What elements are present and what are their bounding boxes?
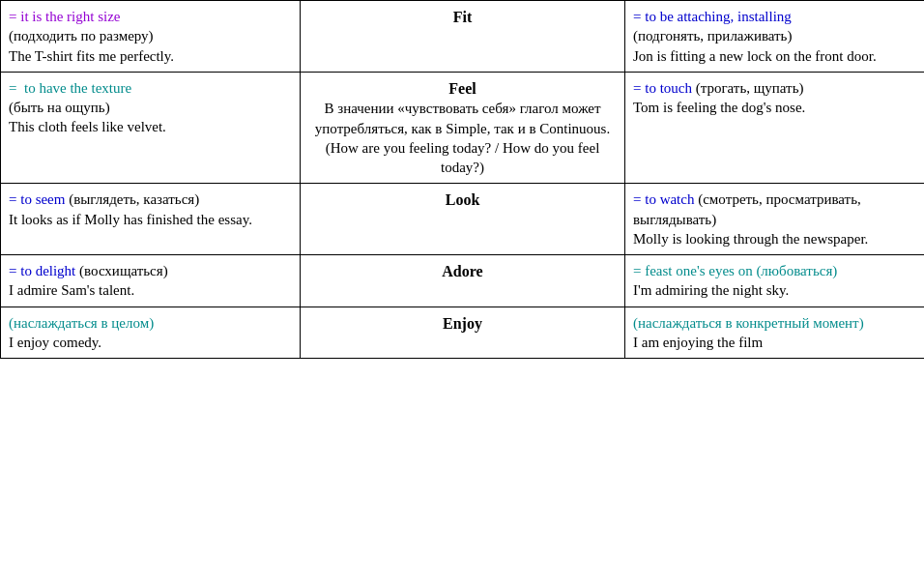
right-example-5: I am enjoying the film	[633, 335, 763, 350]
left-meaning-1: = it is the right size	[9, 9, 121, 24]
right-meaning-1: = to be attaching, installing	[633, 9, 792, 24]
left-meaning-5: (наслаждаться в целом)	[9, 315, 154, 331]
verb-look: Look	[446, 191, 480, 208]
cell-enjoy-right: (наслаждаться в конкретный момент) I am …	[625, 307, 925, 359]
left-example-4: I admire Sam's talent.	[9, 282, 134, 298]
right-example-4: I'm admiring the night sky.	[633, 282, 789, 298]
right-example-1: Jon is fitting a new lock on the front d…	[633, 48, 877, 64]
table-row: = to seem (выглядеть, казаться) It looks…	[1, 184, 925, 255]
right-meaning-3: = to watch	[633, 191, 694, 207]
right-example-3: Molly is looking through the newspaper.	[633, 231, 868, 247]
left-example-2: This cloth feels like velvet.	[9, 119, 166, 134]
main-table: = it is the right size (подходить по раз…	[0, 0, 924, 359]
cell-feel-left: = to have the texture (быть на ощупь) Th…	[1, 72, 301, 184]
verb-enjoy: Enjoy	[443, 315, 482, 332]
right-translation-2: (трогать, щупать)	[692, 80, 804, 96]
cell-look-right: = to watch (смотреть, просматривать, выг…	[625, 184, 925, 255]
cell-feel-center: Feel В значении «чувствовать себя» глаго…	[301, 72, 625, 184]
right-example-2: Tom is feeling the dog's nose.	[633, 100, 805, 115]
cell-adore-center: Adore	[301, 255, 625, 307]
left-translation-2: (быть на ощупь)	[9, 100, 110, 115]
right-meaning-4: = feast one's eyes on (любоваться)	[633, 263, 837, 278]
cell-look-center: Look	[301, 184, 625, 255]
table-row: = to delight (восхищаться) I admire Sam'…	[1, 255, 925, 307]
verb-feel: Feel	[448, 80, 476, 97]
left-translation-4: (восхищаться)	[75, 263, 167, 278]
table-row: (наслаждаться в целом) I enjoy comedy. E…	[1, 307, 925, 359]
cell-fit-center: Fit	[301, 1, 625, 73]
right-translation-1: (подгонять, прилаживать)	[633, 28, 792, 44]
verb-fit: Fit	[453, 9, 473, 25]
left-example-5: I enjoy comedy.	[9, 335, 101, 350]
left-meaning-4: = to delight	[9, 263, 75, 278]
left-meaning-2: = to have the texture	[9, 80, 131, 96]
verb-adore: Adore	[442, 263, 482, 279]
left-example-3: It looks as if Molly has finished the es…	[9, 212, 252, 227]
cell-enjoy-center: Enjoy	[301, 307, 625, 359]
left-example-1: The T-shirt fits me perfectly.	[9, 48, 174, 64]
right-meaning-5: (наслаждаться в конкретный момент)	[633, 315, 864, 331]
table-row: = it is the right size (подходить по раз…	[1, 1, 925, 73]
cell-fit-left: = it is the right size (подходить по раз…	[1, 1, 301, 73]
cell-look-left: = to seem (выглядеть, казаться) It looks…	[1, 184, 301, 255]
cell-feel-right: = to touch (трогать, щупать) Tom is feel…	[625, 72, 925, 184]
cell-adore-left: = to delight (восхищаться) I admire Sam'…	[1, 255, 301, 307]
left-translation-1: (подходить по размеру)	[9, 28, 154, 44]
right-meaning-2a: = to touch	[633, 80, 692, 96]
table-row: = to have the texture (быть на ощупь) Th…	[1, 72, 925, 184]
cell-enjoy-left: (наслаждаться в целом) I enjoy comedy.	[1, 307, 301, 359]
cell-adore-right: = feast one's eyes on (любоваться) I'm a…	[625, 255, 925, 307]
feel-note: В значении «чувствовать себя» глагол мож…	[315, 101, 610, 175]
cell-fit-right: = to be attaching, installing (подгонять…	[625, 1, 925, 73]
left-translation-3: (выглядеть, казаться)	[65, 191, 199, 207]
left-meaning-3: = to seem	[9, 191, 65, 207]
